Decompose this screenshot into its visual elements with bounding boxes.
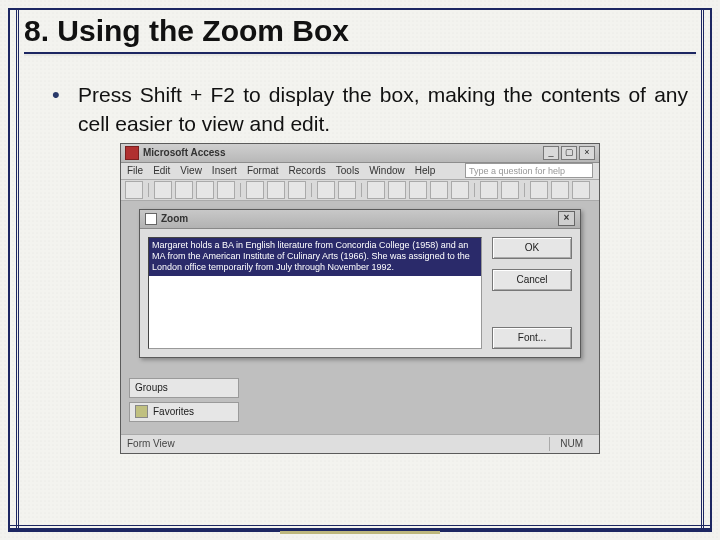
access-app-icon	[125, 146, 139, 160]
help-search-box[interactable]: Type a question for help	[465, 163, 593, 178]
status-num: NUM	[549, 437, 593, 451]
access-titlebar[interactable]: Microsoft Access _ ▢ ×	[121, 144, 599, 163]
close-button[interactable]: ×	[579, 146, 595, 160]
toolbar-separator	[524, 183, 525, 197]
slide-frame-rule-thick	[10, 528, 710, 530]
toolbar-save-icon[interactable]	[154, 181, 172, 199]
toolbar-separator	[311, 183, 312, 197]
toolbar	[121, 180, 599, 201]
zoom-dialog-title: Zoom	[161, 213, 188, 224]
slide-frame-rule-thin	[10, 525, 710, 526]
toolbar-sort-asc-icon[interactable]	[367, 181, 385, 199]
toolbar-preview-icon[interactable]	[196, 181, 214, 199]
zoom-textarea[interactable]: Margaret holds a BA in English literatur…	[148, 237, 482, 349]
sidebar-groups[interactable]: Groups	[129, 378, 239, 398]
zoom-dialog-close-button[interactable]: ×	[558, 211, 575, 226]
toolbar-separator	[474, 183, 475, 197]
zoom-dialog-icon	[145, 213, 157, 225]
status-bar: Form View NUM	[121, 434, 599, 453]
toolbar-undo-icon[interactable]	[317, 181, 335, 199]
zoom-text-selected: Margaret holds a BA in English literatur…	[149, 238, 481, 276]
menu-insert[interactable]: Insert	[212, 165, 237, 176]
toolbar-find-icon[interactable]	[451, 181, 469, 199]
bottom-accent-bar	[280, 531, 440, 534]
minimize-button[interactable]: _	[543, 146, 559, 160]
menu-records[interactable]: Records	[289, 165, 326, 176]
ok-button[interactable]: OK	[492, 237, 572, 259]
toolbar-delete-icon[interactable]	[501, 181, 519, 199]
menu-bar: File Edit View Insert Format Records Too…	[121, 163, 599, 180]
toolbar-view-icon[interactable]	[125, 181, 143, 199]
cancel-button[interactable]: Cancel	[492, 269, 572, 291]
toolbar-copy-icon[interactable]	[267, 181, 285, 199]
font-button[interactable]: Font...	[492, 327, 572, 349]
toolbar-paste-icon[interactable]	[288, 181, 306, 199]
slide-content: 8. Using the Zoom Box Press Shift + F2 t…	[24, 14, 696, 520]
toolbar-sort-desc-icon[interactable]	[388, 181, 406, 199]
toolbar-separator	[240, 183, 241, 197]
toolbar-newrec-icon[interactable]	[480, 181, 498, 199]
toolbar-separator	[148, 183, 149, 197]
bullet-item: Press Shift + F2 to display the box, mak…	[52, 80, 688, 139]
menu-view[interactable]: View	[180, 165, 202, 176]
zoom-dialog-titlebar[interactable]: Zoom ×	[140, 210, 580, 229]
access-workarea: Zoom × Margaret holds a BA in English li…	[121, 201, 599, 434]
menu-tools[interactable]: Tools	[336, 165, 359, 176]
status-view: Form View	[127, 438, 175, 449]
menu-window[interactable]: Window	[369, 165, 405, 176]
db-sidebar: Groups Favorites	[129, 378, 239, 422]
bullet-list: Press Shift + F2 to display the box, mak…	[52, 80, 696, 139]
toolbar-db-icon[interactable]	[530, 181, 548, 199]
toolbar-newobj-icon[interactable]	[551, 181, 569, 199]
toolbar-spell-icon[interactable]	[217, 181, 235, 199]
toolbar-cut-icon[interactable]	[246, 181, 264, 199]
sidebar-groups-label: Groups	[135, 382, 168, 393]
toolbar-help-icon[interactable]	[572, 181, 590, 199]
slide-title: 8. Using the Zoom Box	[24, 14, 696, 48]
zoom-dialog-buttons: OK Cancel Font...	[492, 237, 572, 349]
menu-file[interactable]: File	[127, 165, 143, 176]
zoom-dialog-body: Margaret holds a BA in English literatur…	[140, 229, 580, 357]
sidebar-favorites-label: Favorites	[153, 406, 194, 417]
menu-edit[interactable]: Edit	[153, 165, 170, 176]
toolbar-link-icon[interactable]	[338, 181, 356, 199]
access-window: Microsoft Access _ ▢ × File Edit View In…	[120, 143, 600, 454]
toolbar-filter-icon[interactable]	[409, 181, 427, 199]
zoom-dialog: Zoom × Margaret holds a BA in English li…	[139, 209, 581, 358]
sidebar-favorites[interactable]: Favorites	[129, 402, 239, 422]
menu-format[interactable]: Format	[247, 165, 279, 176]
title-underline	[24, 52, 696, 54]
toolbar-separator	[361, 183, 362, 197]
window-controls: _ ▢ ×	[543, 146, 595, 160]
menu-help[interactable]: Help	[415, 165, 436, 176]
access-title-text: Microsoft Access	[143, 147, 225, 158]
toolbar-print-icon[interactable]	[175, 181, 193, 199]
favorites-icon	[135, 405, 148, 418]
maximize-button[interactable]: ▢	[561, 146, 577, 160]
toolbar-filter-form-icon[interactable]	[430, 181, 448, 199]
